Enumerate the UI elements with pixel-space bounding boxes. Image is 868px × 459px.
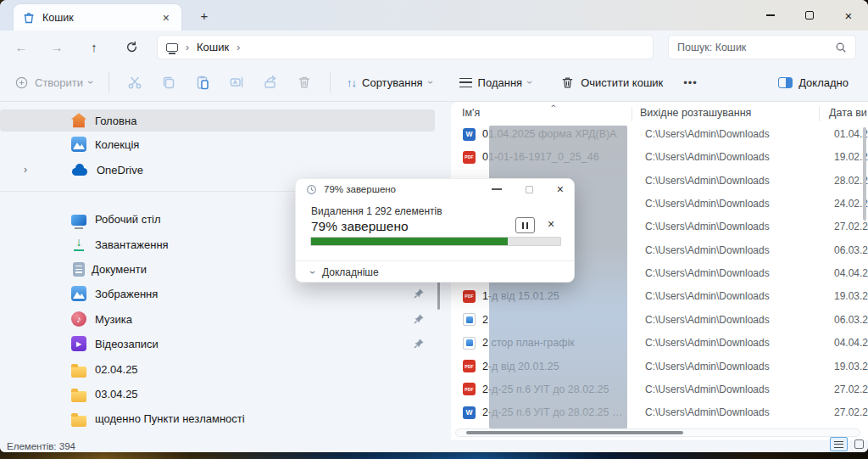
delete-button[interactable] xyxy=(287,67,321,98)
screenshot: Кошик × + × ← → ↑ › Кошик › xyxy=(0,0,868,459)
vertical-scrollbar-thumb[interactable] xyxy=(863,127,866,221)
more-details-label: Докладніше xyxy=(322,266,379,278)
onedrive-icon xyxy=(71,162,88,177)
rename-button[interactable] xyxy=(220,67,253,98)
close-button[interactable]: × xyxy=(829,0,868,31)
sidebar-item-10[interactable]: 03.04.25 xyxy=(0,383,435,405)
file-delete-date: 04.04.20 xyxy=(834,337,868,349)
img-file-icon xyxy=(463,337,476,350)
file-name: 2 xyxy=(482,314,488,326)
trash-icon xyxy=(297,75,312,90)
sort-button[interactable]: ↑↓ Сортування › xyxy=(339,67,440,98)
dialog-divider xyxy=(296,260,574,261)
recycle-bin-icon xyxy=(22,11,36,25)
status-bar: Елементів: 394 xyxy=(0,440,868,452)
view-list-icon xyxy=(459,78,472,87)
navigation-bar: ← → ↑ › Кошик › Пошук: Кошик xyxy=(0,31,868,64)
horizontal-scrollbar[interactable] xyxy=(455,428,860,437)
sidebar-item-label: щоденно Пункти незламності xyxy=(95,412,245,425)
up-button[interactable]: ↑ xyxy=(80,31,108,64)
new-tab-button[interactable]: + xyxy=(193,5,215,25)
thumbnail-view-toggle[interactable] xyxy=(851,437,867,451)
share-icon xyxy=(263,75,278,90)
file-origin-path: C:\Users\Admin\Downloads xyxy=(645,314,770,326)
items-count: Елементів: 394 xyxy=(7,441,75,451)
empty-recycle-bin-button[interactable]: Очистити кошик xyxy=(553,67,670,98)
breadcrumb-recycle-bin[interactable]: Кошик xyxy=(197,41,229,53)
sidebar-item-7[interactable]: Музика xyxy=(0,308,435,330)
file-origin-path: C:\Users\Admin\Downloads xyxy=(645,175,770,187)
sort-arrows-icon: ↑↓ xyxy=(347,76,356,89)
pause-button[interactable] xyxy=(515,217,535,233)
sort-button-label: Сортування xyxy=(362,76,423,89)
new-button[interactable]: Створити › xyxy=(7,67,100,98)
sidebar-item-6[interactable]: Зображення xyxy=(0,283,435,305)
close-icon: × xyxy=(845,9,853,22)
sidebar-item-11[interactable]: щоденно Пункти незламності xyxy=(0,407,435,429)
paste-button[interactable] xyxy=(186,67,220,98)
file-explorer-window: Кошик × + × ← → ↑ › Кошик › xyxy=(0,0,868,452)
pdf-file-icon xyxy=(463,151,476,164)
dialog-close-button[interactable]: × xyxy=(557,183,564,195)
horizontal-scrollbar-thumb[interactable] xyxy=(466,431,683,434)
address-bar[interactable]: › Кошик › xyxy=(157,35,654,59)
back-button[interactable]: ← xyxy=(7,31,36,64)
toolbar-divider xyxy=(108,72,109,92)
dialog-action-text: Видалення 1 292 елементів xyxy=(311,205,442,217)
sidebar-item-9[interactable]: 02.04.25 xyxy=(0,358,435,380)
dialog-progress-text: 79% завершено xyxy=(311,219,409,234)
maximize-icon xyxy=(805,11,814,20)
sidebar-item-label: 03.04.25 xyxy=(95,388,138,400)
file-origin-path: C:\Users\Admin\Downloads xyxy=(645,383,770,395)
search-box[interactable]: Пошук: Кошик xyxy=(668,35,856,59)
trash-icon xyxy=(560,76,575,90)
details-pane-button[interactable]: Докладно xyxy=(771,67,856,98)
file-origin-path: C:\Users\Admin\Downloads xyxy=(645,244,770,256)
gallery-icon xyxy=(71,137,86,152)
toolbar-divider xyxy=(330,72,331,92)
share-button[interactable] xyxy=(253,67,287,98)
file-delete-date: 19.03.20 xyxy=(834,361,868,372)
desktop-icon xyxy=(71,215,86,226)
copy-button[interactable] xyxy=(152,67,186,98)
tab-recycle-bin[interactable]: Кошик × xyxy=(14,4,181,31)
sidebar-item-label: Робочий стіл xyxy=(95,213,161,226)
minimize-button[interactable] xyxy=(751,0,790,31)
videos-icon xyxy=(71,336,86,351)
forward-button[interactable]: → xyxy=(42,31,71,64)
dialog-maximize-button[interactable] xyxy=(526,186,533,193)
rename-icon xyxy=(229,75,244,90)
sidebar-item-label: Завантаження xyxy=(95,238,169,251)
tab-close-icon[interactable]: × xyxy=(159,11,173,25)
home-icon xyxy=(71,113,86,128)
view-button[interactable]: Подання › xyxy=(452,67,540,98)
file-origin-path: C:\Users\Admin\Downloads xyxy=(645,337,770,349)
cut-button[interactable] xyxy=(118,67,152,98)
sidebar-item-label: Відеозаписи xyxy=(95,338,159,350)
pdf-file-icon xyxy=(463,290,476,303)
refresh-button[interactable] xyxy=(117,31,146,64)
file-delete-date: 19.03.20 xyxy=(834,290,868,302)
window-controls: × xyxy=(751,0,868,31)
sidebar-item-8[interactable]: Відеозаписи xyxy=(0,333,435,355)
details-view-toggle[interactable] xyxy=(830,437,848,451)
expand-chevron-icon[interactable]: › xyxy=(24,164,27,176)
cancel-button[interactable]: × xyxy=(548,218,554,230)
pdf-file-icon xyxy=(463,383,476,395)
titlebar: Кошик × + × xyxy=(0,0,868,31)
dialog-minimize-button[interactable] xyxy=(492,188,502,189)
breadcrumb-chevron-icon: › xyxy=(236,42,240,53)
file-origin-path: C:\Users\Admin\Downloads xyxy=(645,361,770,372)
sidebar-item-0[interactable]: Головна xyxy=(0,109,435,132)
progress-fill xyxy=(311,238,508,245)
tab-title: Кошик xyxy=(42,12,153,24)
more-options-button[interactable]: ••• xyxy=(676,67,705,98)
chevron-down-icon: › xyxy=(525,81,535,84)
music-icon xyxy=(71,311,86,327)
more-details-toggle[interactable]: › Докладніше xyxy=(311,266,379,278)
folder-icon xyxy=(71,391,86,402)
new-button-label: Створити xyxy=(35,76,83,89)
maximize-button[interactable] xyxy=(790,0,829,31)
sidebar-item-1[interactable]: Колекція xyxy=(0,133,435,155)
pause-icon xyxy=(522,222,524,229)
